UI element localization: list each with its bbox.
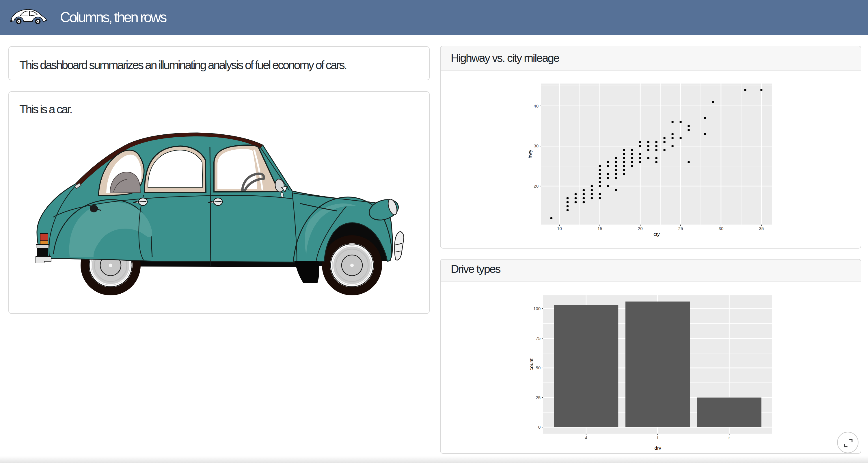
svg-text:0: 0 (538, 425, 540, 430)
svg-text:hwy: hwy (527, 149, 533, 158)
svg-text:15: 15 (597, 226, 602, 231)
svg-text:25: 25 (536, 395, 540, 400)
svg-text:cty: cty (653, 231, 660, 237)
svg-text:count: count (529, 358, 534, 371)
svg-text:30: 30 (534, 143, 538, 148)
svg-text:r: r (728, 435, 730, 440)
svg-text:drv: drv (654, 445, 661, 451)
svg-text:40: 40 (534, 104, 538, 108)
svg-text:75: 75 (536, 336, 540, 341)
svg-text:50: 50 (536, 365, 540, 370)
svg-text:25: 25 (678, 226, 683, 231)
svg-text:100: 100 (533, 306, 540, 311)
svg-text:20: 20 (638, 226, 643, 231)
svg-text:20: 20 (534, 183, 538, 189)
svg-text:f: f (657, 435, 658, 440)
svg-text:30: 30 (719, 226, 724, 231)
svg-text:10: 10 (557, 226, 562, 231)
svg-text:35: 35 (759, 226, 764, 231)
svg-text:4: 4 (585, 435, 587, 440)
